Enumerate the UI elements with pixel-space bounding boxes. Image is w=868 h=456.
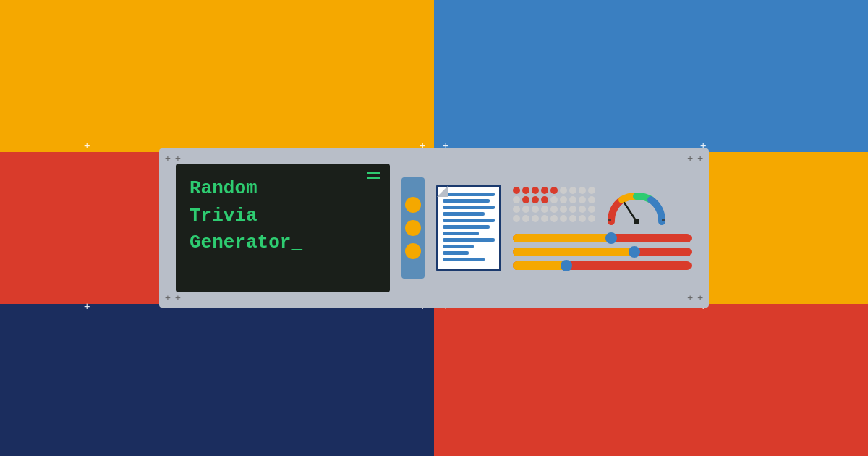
doc-line-8 [443, 238, 495, 242]
dot-5 [560, 187, 567, 194]
screw-tl: + [165, 153, 171, 164]
gauge [604, 187, 669, 227]
document-icon [436, 185, 501, 271]
app-title: Random Trivia Generator_ [190, 175, 377, 257]
title-line1: Random [190, 177, 258, 199]
svg-line-0 [624, 203, 637, 221]
dot-24 [569, 206, 576, 213]
doc-line-10 [443, 251, 469, 255]
dot-30 [541, 215, 548, 222]
screw-tr2: + [687, 153, 693, 164]
dot-14 [560, 196, 567, 203]
slider-2-fill [513, 248, 634, 256]
screw-br2: + [687, 292, 693, 303]
screw-bl: + [165, 292, 171, 303]
sliders-section [513, 234, 692, 270]
dot-22 [550, 206, 558, 213]
quadrant-bot-right [434, 304, 868, 456]
title-line2: Trivia [190, 205, 258, 227]
dot-10 [522, 196, 529, 203]
doc-line-4 [443, 212, 485, 216]
svg-point-1 [634, 219, 639, 224]
dot-28 [522, 215, 529, 222]
dot-35 [588, 215, 595, 222]
dot-31 [550, 215, 558, 222]
title-line3: Generator_ [190, 232, 302, 253]
dot-20 [532, 206, 539, 213]
top-right-section [513, 187, 692, 227]
dot-19 [522, 206, 529, 213]
dot-7 [579, 187, 586, 194]
doc-line-1 [443, 193, 495, 196]
slider-3-fill [513, 261, 566, 270]
right-panel [513, 187, 692, 270]
button-2[interactable] [405, 220, 421, 236]
slider-3-thumb[interactable] [561, 260, 572, 271]
dots-grid [513, 187, 595, 222]
slider-3-track[interactable] [513, 261, 692, 270]
dot-9 [513, 196, 520, 203]
button-column [401, 177, 425, 279]
dot-2 [532, 187, 539, 194]
slider-1-track[interactable] [513, 234, 692, 242]
slider-2-thumb[interactable] [629, 246, 640, 258]
dot-32 [560, 215, 567, 222]
doc-line-7 [443, 232, 479, 235]
slider-2-track[interactable] [513, 248, 692, 256]
dot-25 [579, 206, 586, 213]
dot-29 [532, 215, 539, 222]
dot-6 [569, 187, 576, 194]
screw-bl2: + [175, 292, 181, 303]
screw-tr: + [697, 153, 703, 164]
quadrant-top-right [434, 0, 868, 152]
doc-line-2 [443, 199, 490, 203]
screw-tl2: + [175, 153, 181, 164]
dot-4 [550, 187, 558, 194]
dot-26 [588, 206, 595, 213]
dot-18 [513, 206, 520, 213]
dot-0 [513, 187, 520, 194]
button-1[interactable] [405, 197, 421, 213]
screw-br: + [697, 292, 703, 303]
dot-21 [541, 206, 548, 213]
dot-11 [532, 196, 539, 203]
doc-line-11 [443, 258, 485, 261]
doc-fold [437, 185, 448, 197]
corner-plus-tl: + [84, 140, 90, 151]
doc-line-5 [443, 219, 495, 222]
slider-1-fill [513, 234, 611, 242]
main-panel: + + + + + + + + Random Trivia Generator_ [159, 148, 709, 308]
slider-1-thumb[interactable] [605, 232, 617, 244]
dot-15 [569, 196, 576, 203]
quadrant-bot-left [0, 304, 434, 456]
terminal-screen: Random Trivia Generator_ [176, 164, 390, 292]
doc-line-6 [443, 225, 490, 229]
dot-16 [579, 196, 586, 203]
dot-1 [522, 187, 529, 194]
dot-17 [588, 196, 595, 203]
dot-23 [560, 206, 567, 213]
dot-8 [588, 187, 595, 194]
corner-plus-bl: + [84, 300, 90, 312]
doc-line-3 [443, 206, 495, 209]
doc-line-9 [443, 245, 474, 248]
dot-33 [569, 215, 576, 222]
dot-13 [550, 196, 558, 203]
quadrant-top-left [0, 0, 434, 152]
button-3[interactable] [405, 243, 421, 259]
dot-3 [541, 187, 548, 194]
dot-12 [541, 196, 548, 203]
dot-27 [513, 215, 520, 222]
dot-34 [579, 215, 586, 222]
terminal-icon [367, 172, 380, 179]
